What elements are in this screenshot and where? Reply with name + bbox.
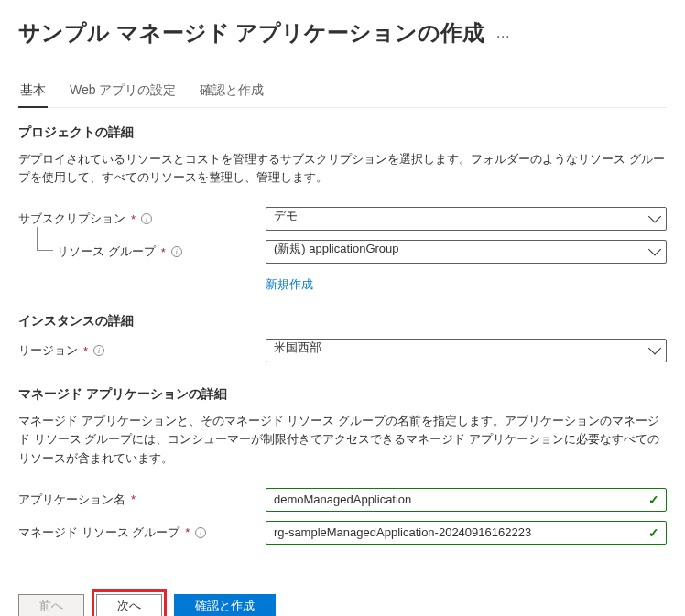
section-title-instance: インスタンスの詳細 — [18, 313, 667, 330]
section-title-managed: マネージド アプリケーションの詳細 — [18, 386, 667, 403]
app-name-input[interactable] — [266, 488, 667, 512]
resource-group-label: リソース グループ — [57, 243, 156, 260]
wizard-footer: 前へ 次へ 確認と作成 — [18, 578, 667, 616]
subscription-label: サブスクリプション — [18, 211, 125, 227]
tab-review-create[interactable]: 確認と作成 — [198, 82, 266, 107]
required-marker: * — [131, 492, 136, 506]
region-label: リージョン — [18, 342, 78, 359]
resource-group-select[interactable]: (新規) applicationGroup — [266, 240, 667, 264]
region-select[interactable]: 米国西部 — [266, 339, 667, 362]
page-title: サンプル マネージド アプリケーションの作成 — [18, 18, 484, 48]
tab-bar: 基本 Web アプリの設定 確認と作成 — [18, 82, 667, 108]
section-title-project: プロジェクトの詳細 — [18, 124, 667, 141]
tab-basic[interactable]: 基本 — [18, 82, 48, 108]
managed-resource-group-input[interactable] — [266, 521, 667, 545]
section-desc-managed: マネージド アプリケーションと、そのマネージド リソース グループの名前を指定し… — [18, 412, 667, 467]
next-button[interactable]: 次へ — [96, 594, 162, 616]
info-icon[interactable]: i — [171, 246, 182, 257]
create-new-resource-group-link[interactable]: 新規作成 — [266, 276, 313, 293]
info-icon[interactable]: i — [195, 527, 206, 538]
more-actions-button[interactable]: … — [495, 25, 512, 41]
subscription-select[interactable]: デモ — [266, 207, 667, 231]
required-marker: * — [185, 525, 190, 539]
next-button-highlight: 次へ — [92, 589, 167, 616]
app-name-label: アプリケーション名 — [18, 492, 125, 508]
indent-connector — [37, 227, 53, 251]
info-icon[interactable]: i — [93, 345, 104, 356]
review-create-button[interactable]: 確認と作成 — [174, 594, 276, 616]
previous-button: 前へ — [18, 594, 84, 616]
required-marker: * — [83, 344, 88, 358]
section-desc-project: デプロイされているリソースとコストを管理するサブスクリプションを選択します。フォ… — [18, 150, 667, 187]
info-icon[interactable]: i — [141, 213, 152, 224]
required-marker: * — [161, 245, 166, 259]
mrg-label: マネージド リソース グループ — [18, 524, 179, 541]
required-marker: * — [131, 212, 136, 226]
tab-webapp-settings[interactable]: Web アプリの設定 — [68, 82, 178, 107]
